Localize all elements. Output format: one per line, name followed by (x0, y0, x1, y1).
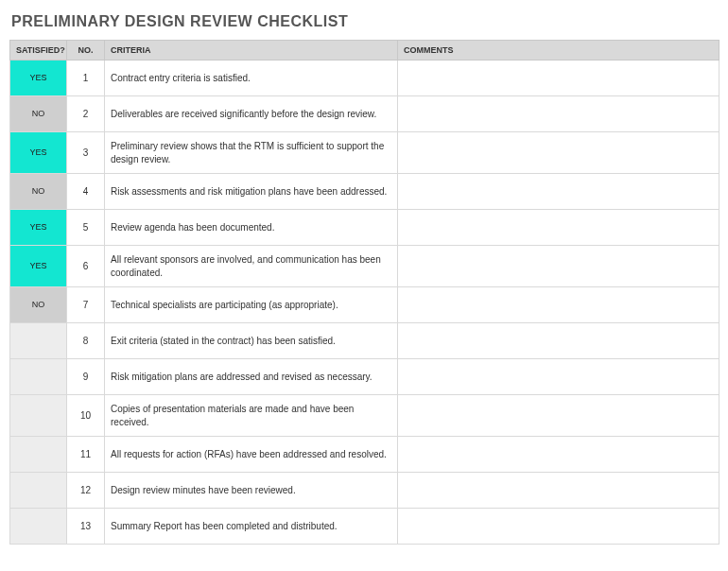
no-cell: 10 (67, 395, 105, 437)
criteria-cell: Summary Report has been completed and di… (105, 509, 398, 545)
no-cell: 9 (67, 359, 105, 395)
table-row: 9Risk mitigation plans are addressed and… (10, 359, 719, 395)
satisfied-cell[interactable] (10, 395, 67, 437)
criteria-cell: Risk assessments and risk mitigation pla… (105, 174, 398, 210)
satisfied-cell[interactable]: NO (10, 287, 67, 323)
satisfied-cell[interactable] (10, 359, 67, 395)
criteria-cell: Deliverables are received significantly … (105, 96, 398, 132)
satisfied-cell[interactable] (10, 473, 67, 509)
header-satisfied: SATISFIED? (10, 41, 67, 61)
satisfied-cell[interactable]: NO (10, 96, 67, 132)
page-title: PRELIMINARY DESIGN REVIEW CHECKLIST (11, 13, 719, 30)
table-row: 13Summary Report has been completed and … (10, 509, 719, 545)
comments-cell[interactable] (398, 96, 719, 132)
table-row: YES6All relevant sponsors are involved, … (10, 246, 719, 287)
criteria-cell: Technical specialists are participating … (105, 287, 398, 323)
comments-cell[interactable] (398, 246, 719, 287)
no-cell: 4 (67, 174, 105, 210)
comments-cell[interactable] (398, 287, 719, 323)
criteria-cell: Review agenda has been documented. (105, 210, 398, 246)
comments-cell[interactable] (398, 437, 719, 473)
no-cell: 6 (67, 246, 105, 287)
no-cell: 13 (67, 509, 105, 545)
table-header-row: SATISFIED? NO. CRITERIA COMMENTS (10, 41, 719, 61)
comments-cell[interactable] (398, 395, 719, 437)
criteria-cell: Copies of presentation materials are mad… (105, 395, 398, 437)
table-row: NO7Technical specialists are participati… (10, 287, 719, 323)
criteria-cell: All relevant sponsors are involved, and … (105, 246, 398, 287)
table-row: 8Exit criteria (stated in the contract) … (10, 323, 719, 359)
no-cell: 5 (67, 210, 105, 246)
no-cell: 1 (67, 61, 105, 96)
table-row: 10Copies of presentation materials are m… (10, 395, 719, 437)
comments-cell[interactable] (398, 359, 719, 395)
satisfied-cell[interactable] (10, 323, 67, 359)
checklist-table: SATISFIED? NO. CRITERIA COMMENTS YES1Con… (9, 40, 719, 545)
comments-cell[interactable] (398, 323, 719, 359)
criteria-cell: Exit criteria (stated in the contract) h… (105, 323, 398, 359)
header-criteria: CRITERIA (105, 41, 398, 61)
comments-cell[interactable] (398, 473, 719, 509)
comments-cell[interactable] (398, 132, 719, 174)
criteria-cell: Risk mitigation plans are addressed and … (105, 359, 398, 395)
comments-cell[interactable] (398, 210, 719, 246)
satisfied-cell[interactable]: YES (10, 246, 67, 287)
table-row: YES1Contract entry criteria is satisfied… (10, 61, 719, 96)
table-row: YES3Preliminary review shows that the RT… (10, 132, 719, 174)
satisfied-cell[interactable]: YES (10, 132, 67, 174)
comments-cell[interactable] (398, 509, 719, 545)
satisfied-cell[interactable]: YES (10, 210, 67, 246)
table-row: YES5Review agenda has been documented. (10, 210, 719, 246)
comments-cell[interactable] (398, 174, 719, 210)
no-cell: 3 (67, 132, 105, 174)
satisfied-cell[interactable]: NO (10, 174, 67, 210)
no-cell: 8 (67, 323, 105, 359)
table-row: 11All requests for action (RFAs) have be… (10, 437, 719, 473)
no-cell: 12 (67, 473, 105, 509)
table-row: NO2Deliverables are received significant… (10, 96, 719, 132)
no-cell: 7 (67, 287, 105, 323)
satisfied-cell[interactable] (10, 437, 67, 473)
criteria-cell: Design review minutes have been reviewed… (105, 473, 398, 509)
table-row: 12Design review minutes have been review… (10, 473, 719, 509)
comments-cell[interactable] (398, 61, 719, 96)
satisfied-cell[interactable] (10, 509, 67, 545)
table-row: NO4Risk assessments and risk mitigation … (10, 174, 719, 210)
header-no: NO. (67, 41, 105, 61)
criteria-cell: Preliminary review shows that the RTM is… (105, 132, 398, 174)
criteria-cell: All requests for action (RFAs) have been… (105, 437, 398, 473)
no-cell: 11 (67, 437, 105, 473)
no-cell: 2 (67, 96, 105, 132)
satisfied-cell[interactable]: YES (10, 61, 67, 96)
criteria-cell: Contract entry criteria is satisfied. (105, 61, 398, 96)
header-comments: COMMENTS (398, 41, 719, 61)
